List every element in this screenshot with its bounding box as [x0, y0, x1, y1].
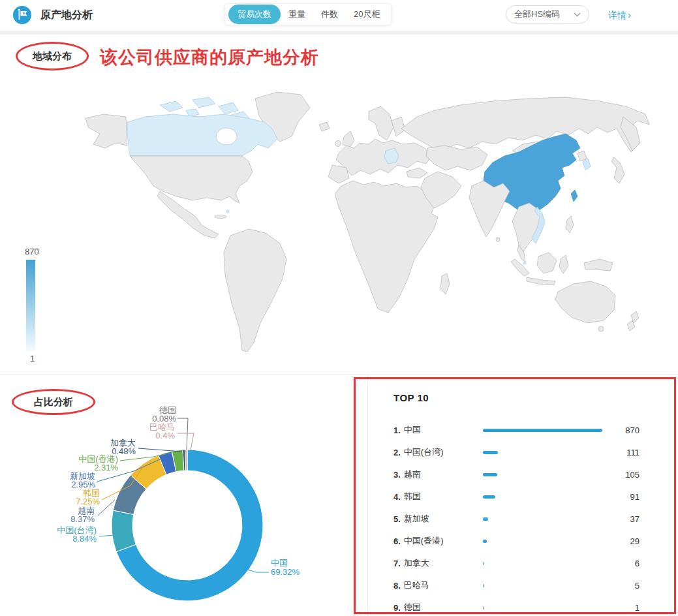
tab-20ft-container[interactable]: 20尺柜: [346, 5, 388, 24]
map-madagascar: [440, 273, 450, 294]
map-canada[interactable]: [127, 114, 277, 156]
hs-code-select-value: 全部HS编码: [514, 8, 560, 20]
top10-row: 6. 中国(香港) 29: [393, 530, 641, 552]
pie-label-taiwan: 中国(台湾)8.84%: [36, 526, 97, 543]
pie-segment-9[interactable]: [187, 450, 187, 470]
top10-country-name: 中国: [404, 424, 421, 436]
top10-bar: [483, 540, 487, 543]
map-sri-lanka: [496, 238, 500, 241]
pie-leader-canada: [138, 448, 182, 452]
map-singapore[interactable]: [523, 262, 526, 264]
map-turkey: [407, 168, 427, 178]
pie-label-korea: 韩国7.25%: [41, 489, 100, 506]
top10-rank: 8.: [393, 581, 401, 591]
top10-bar: [483, 517, 488, 521]
map-ireland: [335, 141, 341, 147]
top10-rank: 6.: [393, 536, 401, 546]
map-new-guinea: [584, 259, 613, 271]
pie-segment-2[interactable]: [112, 510, 136, 551]
map-iceland: [319, 122, 330, 131]
chevron-right-icon: ›: [628, 9, 631, 20]
tab-piece-count[interactable]: 件数: [313, 5, 346, 24]
top10-country-name: 韩国: [404, 491, 421, 502]
pie-label-germany: 德国0.08%: [117, 406, 176, 423]
top10-row: 2. 中国(台湾) 111: [393, 441, 641, 463]
top10-country-name: 中国(香港): [404, 535, 444, 547]
map-cuba: [215, 215, 226, 218]
top10-title: TOP 10: [393, 392, 429, 403]
header-bar: 原产地分析 贸易次数 重量 件数 20尺柜 全部HS编码 详情›: [0, 0, 678, 31]
map-africa: [335, 181, 438, 313]
page-title: 原产地分析: [40, 8, 93, 22]
map-bahamas[interactable]: [226, 210, 229, 213]
top10-row: 7. 加拿大 6: [393, 552, 641, 574]
top10-bar: [483, 473, 497, 476]
map-legend-gradient: [26, 260, 35, 351]
top10-list: 1. 中国 870 2. 中国(台湾) 111 3. 越南 105 4. 韩国 …: [393, 419, 641, 616]
map-legend-min: 1: [30, 354, 35, 363]
top10-row: 4. 韩国 91: [393, 485, 641, 508]
map-taiwan[interactable]: [571, 190, 578, 202]
top10-row: 1. 中国 870: [393, 419, 641, 441]
top10-country-name: 新加坡: [404, 513, 429, 525]
top10-rank: 2.: [393, 448, 401, 457]
pie-label-vietnam: 越南8.37%: [37, 506, 95, 523]
map-uk: [343, 131, 354, 148]
map-central-asia: [426, 146, 487, 170]
top10-country-name: 加拿大: [404, 557, 429, 569]
top10-value: 29: [630, 536, 639, 546]
top10-rank: 5.: [393, 514, 401, 524]
region-section-title: 地域分布: [33, 50, 72, 63]
top10-row: 9. 德国 1: [393, 596, 641, 616]
top10-value: 37: [630, 514, 639, 524]
top10-row: 5. 新加坡 37: [393, 508, 641, 530]
column-divider: [367, 375, 368, 616]
top10-value: 111: [626, 448, 639, 457]
top10-rank: 3.: [393, 470, 401, 480]
detail-link[interactable]: 详情›: [608, 9, 631, 22]
map-legend-max: 870: [25, 247, 39, 256]
top10-bar: [483, 429, 602, 432]
top10-bar: [483, 606, 484, 609]
top10-rank: 1.: [393, 425, 401, 435]
map-australia: [555, 281, 615, 323]
map-south-america: [224, 229, 286, 352]
top10-value: 5: [635, 581, 639, 591]
pie-label-singapore: 新加坡2.95%: [39, 472, 95, 489]
map-new-zealand: [627, 311, 639, 331]
map-finland: [392, 117, 405, 136]
red-circle-annotation-region: 地域分布: [16, 42, 89, 70]
world-map-chart: [62, 88, 662, 367]
top10-bar: [483, 584, 484, 587]
map-scandinavia: [369, 106, 393, 140]
map-alaska: [85, 114, 127, 148]
tab-weight[interactable]: 重量: [281, 5, 313, 24]
top10-country-name: 越南: [404, 469, 421, 480]
top10-value: 91: [630, 492, 639, 502]
map-iberia: [328, 165, 349, 183]
map-north-korea: [578, 151, 587, 161]
tab-trade-count[interactable]: 贸易次数: [228, 5, 281, 24]
map-south-korea[interactable]: [583, 159, 591, 170]
map-usa: [130, 156, 253, 203]
top10-bar: [483, 495, 495, 499]
top10-country-name: 德国: [404, 602, 421, 613]
map-indonesia: [511, 253, 568, 285]
top10-rank: 9.: [393, 603, 401, 613]
top10-value: 105: [625, 470, 639, 480]
top10-value: 1: [635, 603, 639, 613]
hs-code-select[interactable]: 全部HS编码: [506, 5, 589, 23]
top10-row: 8. 巴哈马 5: [393, 574, 641, 596]
pie-leader-germany: [177, 418, 188, 450]
top10-value: 870: [625, 425, 639, 435]
top10-row: 3. 越南 105: [393, 463, 641, 485]
map-philippines: [566, 216, 574, 233]
map-hudson-bay: [216, 128, 237, 145]
pie-label-canada: 加拿大0.48%: [85, 439, 136, 455]
top10-rank: 4.: [393, 492, 401, 502]
flag-icon: [13, 6, 31, 24]
chevron-down-icon: [574, 12, 581, 17]
pie-label-china: 中国69.32%: [271, 559, 323, 577]
pie-leader-bahamas: [177, 433, 194, 450]
header-divider: [0, 31, 678, 35]
